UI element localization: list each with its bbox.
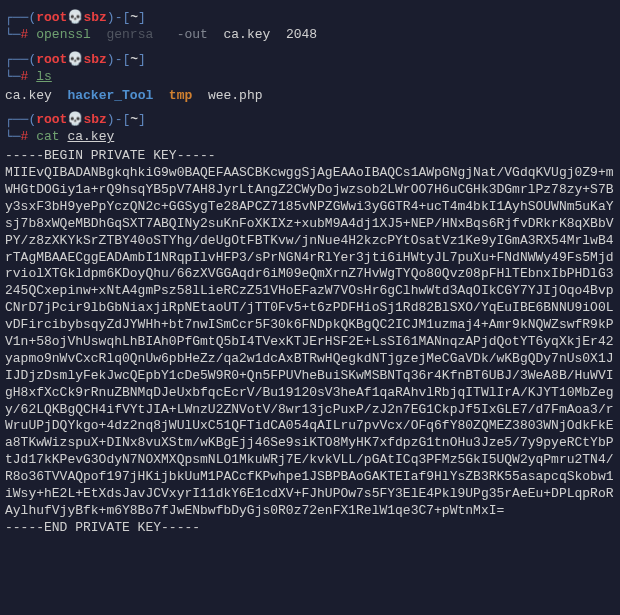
prompt-user: root xyxy=(36,112,67,127)
skull-icon: 💀 xyxy=(67,52,83,67)
prompt-prefix: ┌── xyxy=(5,10,28,25)
rparen: ) xyxy=(107,10,115,25)
ls-dir: hacker_Tool xyxy=(67,88,153,103)
cmd-bin: openssl xyxy=(36,27,91,42)
ls-output: ca.key hacker_Tool tmp wee.php xyxy=(5,88,615,105)
cmd-flag: -out xyxy=(177,27,208,42)
prompt-hash: # xyxy=(21,69,29,84)
command-block-1: ┌──(root💀sbz)-[~] └─# openssl genrsa -ou… xyxy=(5,10,615,44)
command-line[interactable]: └─# ls xyxy=(5,69,615,86)
prompt-path: ~ xyxy=(130,10,138,25)
command-block-2: ┌──(root💀sbz)-[~] └─# ls ca.key hacker_T… xyxy=(5,52,615,105)
cmd-bin: ls xyxy=(36,69,52,84)
prompt-path: ~ xyxy=(130,112,138,127)
key-end: -----END PRIVATE KEY----- xyxy=(5,520,615,537)
rbracket: ] xyxy=(138,10,146,25)
prompt-line: ┌──(root💀sbz)-[~] xyxy=(5,52,615,69)
cmd-sub: genrsa xyxy=(106,27,153,42)
cmd-file: ca.key xyxy=(67,129,114,144)
prompt-user: root xyxy=(36,10,67,25)
prompt-host: sbz xyxy=(83,10,106,25)
cmd-bits: 2048 xyxy=(286,27,317,42)
prompt-hash: # xyxy=(21,129,29,144)
skull-icon: 💀 xyxy=(67,10,83,25)
ls-dir: tmp xyxy=(169,88,192,103)
prompt-host: sbz xyxy=(83,52,106,67)
command-line[interactable]: └─# openssl genrsa -out ca.key 2048 xyxy=(5,27,615,44)
key-begin: -----BEGIN PRIVATE KEY----- xyxy=(5,148,615,165)
prompt-hash: # xyxy=(21,27,29,42)
command-block-3: ┌──(root💀sbz)-[~] └─# cat ca.key -----BE… xyxy=(5,112,615,536)
prompt-path: ~ xyxy=(130,52,138,67)
prompt-user: root xyxy=(36,52,67,67)
command-line[interactable]: └─# cat ca.key xyxy=(5,129,615,146)
prompt-line: ┌──(root💀sbz)-[~] xyxy=(5,112,615,129)
ls-file: ca.key xyxy=(5,88,52,103)
prompt-cont: └─ xyxy=(5,27,21,42)
cmd-file: ca.key xyxy=(224,27,271,42)
key-body: MIIEvQIBADANBgkqhkiG9w0BAQEFAASCBKcwggSj… xyxy=(5,165,615,520)
prompt-line: ┌──(root💀sbz)-[~] xyxy=(5,10,615,27)
prompt-host: sbz xyxy=(83,112,106,127)
cmd-bin: cat xyxy=(36,129,59,144)
ls-file: wee.php xyxy=(208,88,263,103)
skull-icon: 💀 xyxy=(67,112,83,127)
